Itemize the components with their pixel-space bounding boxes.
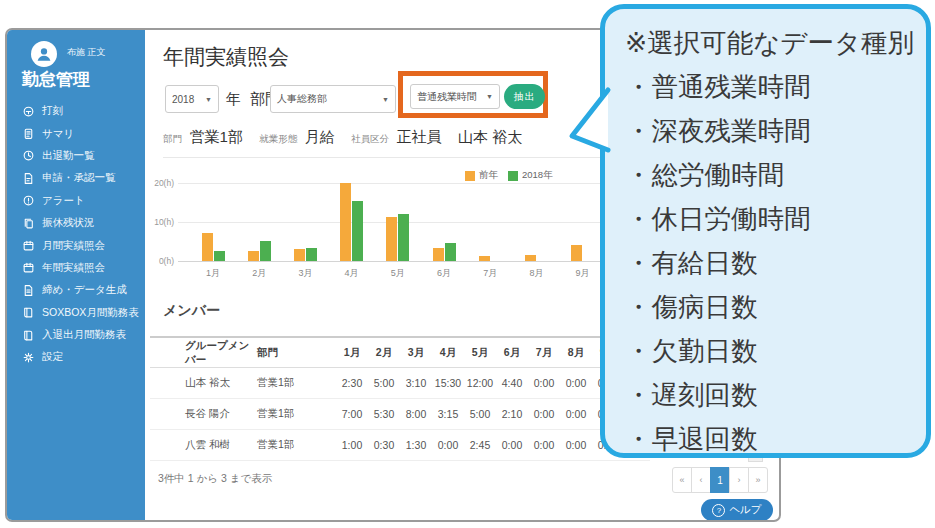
chart-xtick-label: 6月 bbox=[424, 267, 464, 280]
chart-legend: 前年2018年 bbox=[465, 169, 553, 182]
chart-gridline bbox=[178, 261, 614, 262]
chevron-down-icon: ▼ bbox=[205, 96, 212, 103]
sidebar-item-5[interactable]: アラート bbox=[7, 190, 145, 212]
chart-xtick-label: 5月 bbox=[378, 267, 418, 280]
sidebar-item-label: 入退出月間勤務表 bbox=[42, 328, 126, 342]
sidebar-item-11[interactable]: 入退出月間勤務表 bbox=[7, 324, 145, 346]
sidebar-item-9[interactable]: 締め・データ生成 bbox=[7, 279, 145, 301]
pagination-button[interactable]: › bbox=[729, 467, 749, 493]
stamp-icon bbox=[22, 105, 35, 118]
app-title: 勤怠管理 bbox=[22, 68, 90, 91]
legend-swatch-icon bbox=[465, 171, 475, 181]
member-name: 長谷 陽介 bbox=[185, 407, 257, 421]
member-month-value: 0:00 bbox=[528, 439, 560, 451]
table-summary-text: 3件中 1 から 3 まで表示 bbox=[158, 472, 272, 486]
callout-title: ※選択可能なデータ種別 bbox=[625, 21, 918, 65]
table-header-row: グループメンバー部門1月2月3月4月5月6月7月8月9月 bbox=[150, 338, 650, 368]
member-month-value: 4:40 bbox=[496, 377, 528, 389]
chevron-down-icon: ▼ bbox=[382, 96, 389, 103]
user-name: 布施 正文 bbox=[67, 46, 106, 59]
chart-xtick-label: 8月 bbox=[516, 267, 556, 280]
callout-item: ・傷病日数 bbox=[625, 285, 918, 329]
member-month-value: 3:15 bbox=[432, 408, 464, 420]
sidebar-item-1[interactable]: 打刻 bbox=[7, 100, 145, 122]
sidebar-item-label: 打刻 bbox=[42, 104, 63, 118]
department-select[interactable]: 人事総務部 ▼ bbox=[270, 85, 396, 113]
member-month-value: 2:45 bbox=[464, 439, 496, 451]
pagination-button[interactable]: « bbox=[672, 467, 692, 493]
question-icon: ? bbox=[712, 504, 725, 517]
calendar-icon bbox=[22, 261, 35, 274]
doc-icon bbox=[22, 284, 35, 297]
bar-前年-2月 bbox=[248, 251, 259, 261]
bar-2018年-1月 bbox=[214, 251, 225, 261]
sidebar-item-3[interactable]: 出退勤一覧 bbox=[7, 145, 145, 167]
member-month-value: 5:30 bbox=[368, 408, 400, 420]
table-header-cell: 7月 bbox=[528, 346, 560, 360]
sidebar-item-4[interactable]: 申請・承認一覧 bbox=[7, 167, 145, 189]
callout-item: ・早退回数 bbox=[625, 417, 918, 458]
member-month-value: 0:00 bbox=[560, 377, 592, 389]
sidebar-item-12[interactable]: 設定 bbox=[7, 346, 145, 368]
book-icon bbox=[22, 329, 35, 342]
pagination-button[interactable]: » bbox=[748, 467, 768, 493]
highlight-annotation-box: 普通残業時間 ▼ 抽出 bbox=[398, 71, 548, 118]
employee-worktype-label: 就業形態 bbox=[259, 133, 297, 144]
sidebar-item-8[interactable]: 年間実績照会 bbox=[7, 257, 145, 279]
member-month-value: 2:10 bbox=[496, 408, 528, 420]
help-button-label: ヘルプ bbox=[729, 503, 761, 517]
legend-item-2018年: 2018年 bbox=[508, 169, 553, 182]
sidebar-item-label: 申請・承認一覧 bbox=[42, 171, 116, 185]
sidebar-item-6[interactable]: 振休残状況 bbox=[7, 212, 145, 234]
year-select[interactable]: 2018 ▼ bbox=[165, 85, 219, 113]
clipboard-icon bbox=[22, 127, 35, 140]
table-row: 長谷 陽介営業1部7:005:308:003:155:002:100:000:0… bbox=[150, 399, 650, 430]
chart-gridline bbox=[178, 183, 614, 184]
member-month-value: 0:00 bbox=[496, 439, 528, 451]
table-header-cell: グループメンバー bbox=[185, 339, 257, 367]
sidebar-item-label: 設定 bbox=[42, 350, 63, 364]
callout-item: ・総労働時間 bbox=[625, 153, 918, 197]
employee-info-line: 部門 営業1部 就業形態 月給 社員区分 正社員 山本 裕太 bbox=[163, 128, 534, 147]
datatype-select[interactable]: 普通残業時間 ▼ bbox=[410, 84, 500, 109]
page-title: 年間実績照会 bbox=[163, 43, 289, 71]
member-month-value: 0:00 bbox=[528, 377, 560, 389]
bar-前年-5月 bbox=[386, 217, 397, 261]
table-header-cell: 4月 bbox=[432, 346, 464, 360]
chart-ytick-label: 0(h) bbox=[150, 256, 174, 266]
sidebar-item-7[interactable]: 月間実績照会 bbox=[7, 234, 145, 256]
member-month-value: 1:30 bbox=[400, 439, 432, 451]
pagination-button[interactable]: ‹ bbox=[691, 467, 711, 493]
sidebar-item-2[interactable]: サマリ bbox=[7, 122, 145, 144]
callout-item: ・休日労働時間 bbox=[625, 197, 918, 241]
sidebar-item-label: 振休残状況 bbox=[42, 216, 95, 230]
employee-dept-value: 営業1部 bbox=[189, 128, 242, 145]
bar-前年-1月 bbox=[202, 233, 213, 261]
callout-balloon-tail bbox=[556, 84, 618, 158]
clock-icon bbox=[22, 149, 35, 162]
pagination: «‹1›» bbox=[672, 467, 768, 493]
member-month-value: 8:00 bbox=[400, 408, 432, 420]
callout-item: ・深夜残業時間 bbox=[625, 109, 918, 153]
chart-xtick-label: 2月 bbox=[239, 267, 279, 280]
member-month-value: 5:00 bbox=[368, 377, 400, 389]
legend-item-前年: 前年 bbox=[465, 169, 498, 182]
extract-button[interactable]: 抽出 bbox=[504, 84, 545, 109]
member-name: 山本 裕太 bbox=[185, 376, 257, 390]
table-header-cell: 部門 bbox=[257, 346, 336, 360]
sidebar-item-10[interactable]: SOXBOX月間勤務表 bbox=[7, 302, 145, 324]
callout-item: ・欠勤日数 bbox=[625, 329, 918, 373]
pagination-page-current[interactable]: 1 bbox=[710, 467, 730, 493]
bar-2018年-5月 bbox=[398, 214, 409, 261]
callout-balloon: ※選択可能なデータ種別 ・普通残業時間・深夜残業時間・総労働時間・休日労働時間・… bbox=[600, 4, 931, 458]
member-month-value: 0:00 bbox=[432, 439, 464, 451]
table-header-cell: 6月 bbox=[496, 346, 528, 360]
member-month-value: 15:30 bbox=[432, 377, 464, 389]
doc-edit-icon bbox=[22, 172, 35, 185]
help-button[interactable]: ? ヘルプ bbox=[701, 499, 773, 521]
department-select-value: 人事総務部 bbox=[277, 92, 327, 106]
employee-name: 山本 裕太 bbox=[458, 128, 522, 145]
bar-前年-4月 bbox=[340, 183, 351, 261]
chart-xtick-label: 9月 bbox=[563, 267, 603, 280]
datatype-select-value: 普通残業時間 bbox=[417, 90, 477, 104]
